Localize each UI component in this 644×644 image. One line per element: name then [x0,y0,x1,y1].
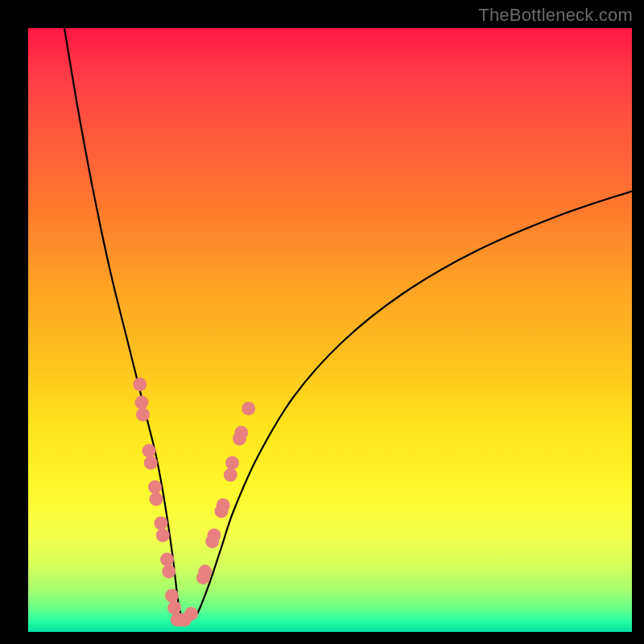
curve-line [64,28,632,621]
scatter-dot [144,456,158,470]
chart-frame: TheBottleneck.com [0,0,644,644]
scatter-dot [148,481,162,494]
scatter-dot [156,529,170,543]
scatter-dot [184,607,198,621]
scatter-dot [135,396,149,410]
plot-area [28,28,632,632]
scatter-dot [167,601,181,615]
scatter-dot [165,589,179,603]
scatter-dot [133,378,147,391]
scatter-dot [242,402,255,415]
scatter-dot [198,565,212,579]
scatter-dot [225,456,239,470]
watermark-text: TheBottleneck.com [478,5,633,26]
scatter-dot [155,517,168,530]
scatter-dot [136,408,150,422]
scatter-dot [208,529,221,543]
scatter-dot [234,426,248,440]
scatter-dot [224,469,237,482]
scatter-dot [150,493,163,506]
scatter-dot [217,498,230,512]
scatter-dot [160,553,174,567]
scatter-dot [162,565,175,579]
chart-svg [28,28,632,632]
scatter-dot [142,444,156,458]
